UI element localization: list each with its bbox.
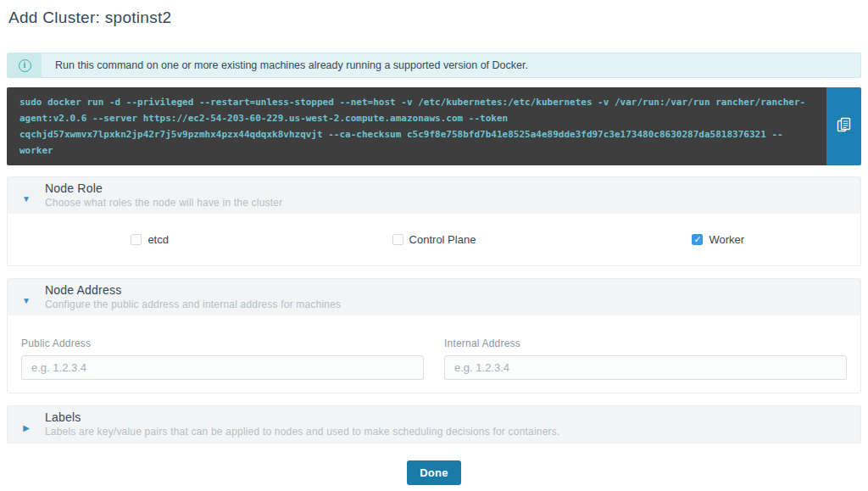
labels-section: ▶ Labels Labels are key/value pairs that… <box>7 405 861 444</box>
node-role-subtitle: Choose what roles the node will have in … <box>45 197 860 209</box>
node-role-section: ▼ Node Role Choose what roles the node w… <box>7 176 861 266</box>
node-role-section-header[interactable]: ▼ Node Role Choose what roles the node w… <box>8 177 860 214</box>
info-icon-area: i <box>8 53 42 77</box>
copy-command-button[interactable] <box>826 87 861 165</box>
caret-down-icon: ▼ <box>8 289 45 305</box>
checkbox-control-plane[interactable]: Control Plane <box>392 233 476 246</box>
info-banner: i Run this command on one or more existi… <box>7 53 861 78</box>
node-address-subtitle: Configure the public address and interna… <box>45 299 860 310</box>
internal-address-field: Internal Address <box>444 338 847 380</box>
checkbox-worker-label: Worker <box>709 233 744 246</box>
docker-command-block: sudo docker run -d --privileged --restar… <box>7 87 861 165</box>
banner-text: Run this command on one or more existing… <box>42 53 528 77</box>
node-address-title: Node Address <box>45 283 860 297</box>
checkbox-etcd-box[interactable] <box>131 234 142 245</box>
checkbox-worker[interactable]: Worker <box>692 233 744 246</box>
footer: Done <box>7 460 861 485</box>
checkbox-control-plane-label: Control Plane <box>409 233 476 246</box>
caret-right-icon: ▶ <box>8 416 45 432</box>
checkbox-etcd[interactable]: etcd <box>131 233 169 246</box>
checkbox-worker-box[interactable] <box>692 234 703 245</box>
page-title: Add Cluster: spotinst2 <box>8 8 861 27</box>
node-address-form: Public Address Internal Address <box>8 315 860 393</box>
internal-address-input[interactable] <box>444 355 847 380</box>
node-role-options: etcd Control Plane Worker <box>8 214 860 265</box>
internal-address-label: Internal Address <box>444 338 847 349</box>
node-address-section: ▼ Node Address Configure the public addr… <box>7 278 861 393</box>
labels-section-header[interactable]: ▶ Labels Labels are key/value pairs that… <box>8 406 860 443</box>
node-address-section-header[interactable]: ▼ Node Address Configure the public addr… <box>8 279 860 315</box>
labels-title: Labels <box>45 410 860 424</box>
checkbox-control-plane-box[interactable] <box>392 234 403 245</box>
docker-command-text: sudo docker run -d --privileged --restar… <box>7 87 826 165</box>
clipboard-icon <box>837 117 851 136</box>
caret-down-icon: ▼ <box>8 187 45 204</box>
labels-subtitle: Labels are key/value pairs that can be a… <box>45 426 860 438</box>
public-address-label: Public Address <box>21 338 424 349</box>
node-role-title: Node Role <box>45 181 860 195</box>
public-address-field: Public Address <box>21 338 424 380</box>
done-button[interactable]: Done <box>407 460 461 485</box>
info-icon: i <box>19 59 31 72</box>
checkbox-etcd-label: etcd <box>147 233 169 246</box>
public-address-input[interactable] <box>21 355 424 380</box>
